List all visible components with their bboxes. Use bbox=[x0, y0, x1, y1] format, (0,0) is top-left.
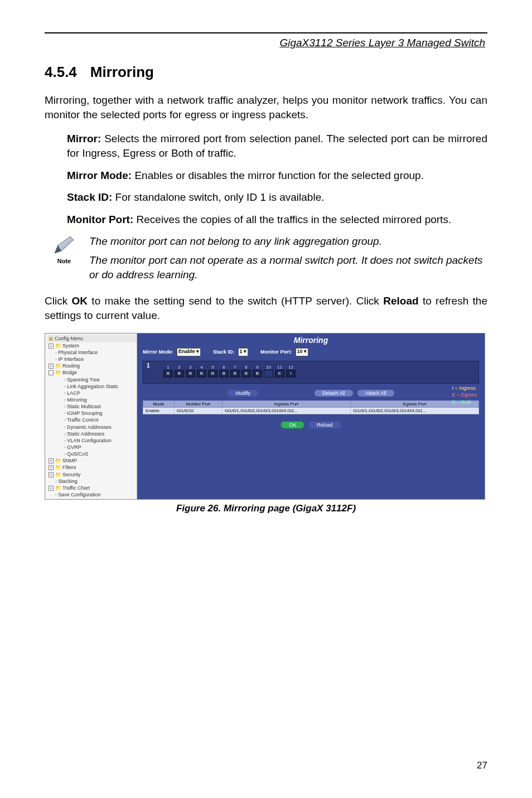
reload-button[interactable]: Reload bbox=[308, 421, 341, 429]
port-number: 2 bbox=[175, 365, 184, 370]
modify-button[interactable]: Modify bbox=[227, 389, 259, 397]
port-cell[interactable]: B bbox=[219, 370, 229, 378]
tree-item[interactable]: +📁Filters bbox=[47, 464, 137, 471]
section-heading: 4.5.4Mirroring bbox=[45, 64, 487, 81]
port-cell[interactable]: B bbox=[197, 370, 206, 378]
mirror-mode-label: Mirror Mode: bbox=[143, 349, 173, 355]
outro-paragraph: Click OK to make the setting send to the… bbox=[45, 294, 487, 322]
section-number: 4.5.4 bbox=[45, 64, 77, 81]
section-title-text: Mirroring bbox=[90, 64, 154, 80]
attach-all-button[interactable]: Attach All bbox=[357, 389, 395, 397]
table-row[interactable]: Enable Gi1/0/10 Gi1/0/1,Gi1/0/2,Gi1/0/3,… bbox=[143, 407, 479, 414]
panel-title: Mirroring bbox=[143, 336, 479, 345]
tree-item[interactable]: ▫IP Interface bbox=[47, 356, 137, 362]
tree-item[interactable]: ▫Mirroring bbox=[47, 396, 137, 403]
tree-item[interactable]: +📁Routing bbox=[47, 362, 137, 369]
note-block: Note The monitor port can not belong to … bbox=[45, 234, 487, 286]
legend-egress: E = Egress bbox=[452, 391, 477, 399]
tree-item[interactable]: +📁SNMP bbox=[47, 457, 137, 464]
note-icon: Note bbox=[45, 234, 84, 264]
control-row: Mirror Mode: Enable ▾ Stack ID: 1 ▾ Moni… bbox=[143, 348, 479, 356]
tree-item[interactable]: ▫Stacking bbox=[47, 478, 137, 485]
tree-item[interactable]: ▫GVRP bbox=[47, 444, 137, 451]
mirror-mode-select[interactable]: Enable ▾ bbox=[177, 348, 201, 356]
tree-item[interactable]: ▫IGMP Snooping bbox=[47, 410, 137, 417]
stack-id-label: Stack ID: bbox=[213, 349, 235, 355]
table-header-row: Mode Monitor Port Ingress Port Egress Po… bbox=[143, 400, 479, 407]
port-number: 11 bbox=[275, 365, 284, 370]
ok-button[interactable]: OK bbox=[280, 421, 304, 429]
port-cell[interactable]: B bbox=[208, 370, 217, 378]
legend: I = Ingress E = Egress B = Both bbox=[452, 385, 477, 406]
port-number: 9 bbox=[253, 365, 262, 370]
mirroring-table: Mode Monitor Port Ingress Port Egress Po… bbox=[143, 400, 479, 414]
th-monitor-port: Monitor Port bbox=[174, 400, 222, 407]
port-number: 10 bbox=[264, 365, 273, 370]
pencil-icon bbox=[51, 234, 77, 257]
definitions-block: Mirror: Selects the mirrored port from s… bbox=[45, 132, 487, 226]
port-lead: 1 bbox=[147, 362, 150, 369]
tree-item[interactable]: ▫VLAN Configuration bbox=[47, 437, 137, 444]
legend-ingress: I = Ingress bbox=[452, 385, 477, 392]
port-number: 5 bbox=[208, 365, 217, 370]
note-text: The monitor port can not belong to any l… bbox=[84, 234, 487, 286]
monitor-port-select[interactable]: 10 ▾ bbox=[296, 348, 309, 356]
port-cell[interactable]: E bbox=[275, 370, 284, 378]
figure-26: ▣Config Menu +📁System▫Physical Interface… bbox=[45, 333, 487, 514]
port-cell[interactable]: I bbox=[286, 370, 296, 378]
port-cell[interactable]: B bbox=[253, 370, 262, 378]
mirroring-panel: Mirroring Mirror Mode: Enable ▾ Stack ID… bbox=[137, 333, 485, 499]
port-number: 3 bbox=[186, 365, 195, 370]
port-cells: BBBBBBBBBEI bbox=[163, 370, 474, 378]
def-mirror: Mirror: Selects the mirrored port from s… bbox=[67, 132, 487, 160]
detach-all-button[interactable]: Detach All bbox=[314, 389, 354, 397]
th-ingress-port: Ingress Port bbox=[222, 400, 350, 407]
tree-item[interactable]: ▫Save Configuration bbox=[47, 491, 137, 498]
figure-caption: Figure 26. Mirroring page (GigaX 3112F) bbox=[45, 503, 487, 514]
mirroring-screenshot: ▣Config Menu +📁System▫Physical Interface… bbox=[45, 333, 485, 500]
tree-item[interactable]: +📁Security bbox=[47, 471, 137, 478]
port-cell[interactable]: B bbox=[175, 370, 184, 378]
tree-item[interactable]: ▫Dynamic Addresses bbox=[47, 424, 137, 431]
port-cell[interactable] bbox=[264, 370, 273, 378]
tree-item[interactable]: +📁System bbox=[47, 342, 137, 349]
port-number: 1 bbox=[163, 365, 173, 370]
port-number: 12 bbox=[286, 365, 296, 370]
port-numbers: 123456789101112 bbox=[163, 365, 474, 370]
monitor-port-label: Monitor Port: bbox=[260, 349, 292, 355]
port-cell[interactable]: B bbox=[241, 370, 251, 378]
def-stack-id: Stack ID: For standalone switch, only ID… bbox=[67, 190, 487, 205]
tree-item[interactable]: ▫Static Multicast bbox=[47, 403, 137, 410]
note-line-1: The monitor port can not belong to any l… bbox=[89, 234, 487, 249]
th-mode: Mode bbox=[143, 400, 175, 407]
tree-item[interactable]: ▫LACP bbox=[47, 390, 137, 396]
def-monitor-port: Monitor Port: Receives the copies of all… bbox=[67, 212, 487, 227]
tree-item[interactable]: ▫Link Aggregation Static bbox=[47, 383, 137, 390]
page-number: 27 bbox=[477, 760, 487, 771]
stack-id-select[interactable]: 1 ▾ bbox=[238, 348, 249, 356]
tree-item[interactable]: ▫Static Addresses bbox=[47, 431, 137, 437]
port-cell[interactable]: B bbox=[186, 370, 195, 378]
port-selection-box: 1 123456789101112 BBBBBBBBBEI bbox=[143, 361, 479, 384]
header-rule bbox=[45, 32, 487, 33]
note-label: Note bbox=[57, 258, 71, 264]
tree-item[interactable]: ▫QoS/CoS bbox=[47, 451, 137, 457]
intro-paragraph: Mirroring, together with a network traff… bbox=[45, 93, 487, 122]
tree-item[interactable]: ▫Spanning Tree bbox=[47, 376, 137, 383]
config-tree: ▣Config Menu +📁System▫Physical Interface… bbox=[45, 333, 137, 499]
tree-item[interactable]: +📁Traffic Chart bbox=[47, 485, 137, 491]
modify-row: Modify Detach All Attach All bbox=[143, 389, 479, 397]
running-header: GigaX3112 Series Layer 3 Managed Switch bbox=[45, 37, 487, 49]
bottom-button-row: OK Reload bbox=[143, 421, 479, 429]
tree-item[interactable]: -📁Bridge bbox=[47, 369, 137, 376]
tree-item[interactable]: ▫Physical Interface bbox=[47, 349, 137, 356]
def-mirror-mode: Mirror Mode: Enables or disables the mir… bbox=[67, 168, 487, 183]
tree-title: ▣Config Menu bbox=[47, 335, 137, 342]
note-line-2: The monitor port can not operate as a no… bbox=[89, 253, 487, 282]
port-number: 4 bbox=[197, 365, 206, 370]
port-number: 7 bbox=[230, 365, 240, 370]
port-cell[interactable]: B bbox=[230, 370, 240, 378]
port-number: 6 bbox=[219, 365, 229, 370]
port-cell[interactable]: B bbox=[163, 370, 173, 378]
tree-item[interactable]: ▫Traffic Control bbox=[47, 417, 137, 423]
